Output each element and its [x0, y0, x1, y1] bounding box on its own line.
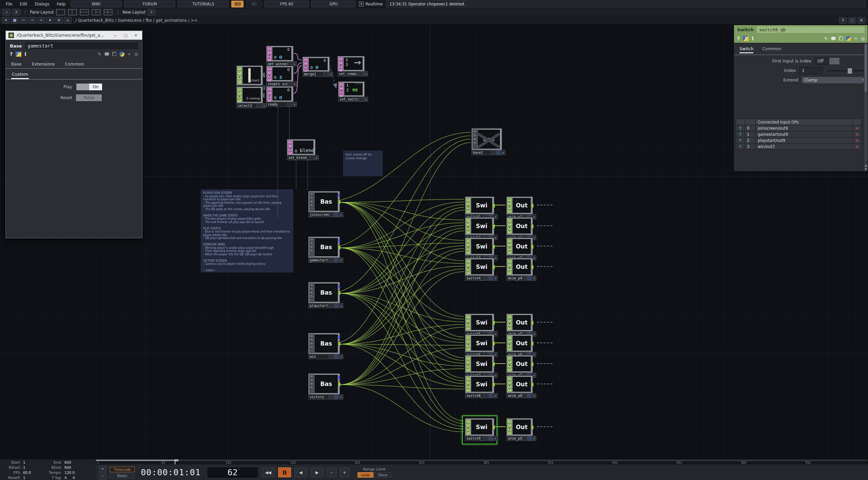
node-set_comps[interactable]: ⊙✎✱✎12→set_comps+ — [337, 56, 364, 71]
node-label[interactable]: base1 — [471, 150, 491, 155]
node-flag-icons[interactable]: ⊙✎✕✎ — [309, 374, 314, 393]
node-label[interactable]: anim_p4 — [506, 276, 522, 281]
input-connector[interactable]: ✎ — [466, 327, 470, 330]
gpu-indicator[interactable]: GPU — [311, 1, 355, 7]
pane-single-icon[interactable]: □ — [848, 17, 856, 24]
input-connector[interactable]: ⊙ — [508, 259, 512, 263]
timecode-mode-button[interactable]: Timecode — [110, 467, 135, 472]
output-connector[interactable] — [338, 382, 341, 386]
input-connector[interactable]: ✎ — [508, 368, 512, 372]
node-label[interactable]: victory — [308, 394, 329, 400]
node-flag-icons[interactable]: ⊙✎✕✎ — [309, 334, 314, 353]
input-connector[interactable]: ✱ — [466, 226, 470, 230]
info-icon[interactable]: i — [24, 51, 26, 57]
input-connector[interactable]: ⊙ — [466, 356, 470, 360]
input-connector[interactable]: ✎ — [238, 71, 242, 75]
input-connectors[interactable]: ⊙✎✱✎ — [304, 58, 308, 71]
resetf-value[interactable]: 1 — [23, 476, 25, 480]
input-connector[interactable]: ✎ — [288, 144, 292, 147]
input-connector[interactable]: ✱ — [268, 55, 271, 58]
node-flag-icon[interactable]: ⊙ — [473, 130, 477, 133]
playhead-flag[interactable] — [175, 459, 178, 461]
input-connector[interactable]: ✎ — [466, 251, 470, 254]
menu-file[interactable]: File — [2, 2, 16, 6]
input-row-name[interactable]: win/out3 — [756, 144, 852, 149]
input-connectors[interactable]: ⊙✎✱✎ — [237, 88, 242, 102]
index-value-field[interactable]: 1 — [799, 67, 823, 74]
node-label[interactable]: set_blend_frames — [287, 155, 309, 160]
input-connector[interactable]: ⊙ — [508, 420, 512, 423]
viewer-flag[interactable] — [359, 71, 363, 76]
node-flag-icon[interactable]: ⊙ — [310, 238, 314, 241]
node-select2[interactable]: ⊙✎✱✎0 runningselect2+ — [236, 87, 262, 103]
range-bar[interactable] — [96, 460, 867, 461]
output-connector[interactable] — [338, 245, 341, 250]
viewer-flag[interactable] — [257, 103, 262, 108]
node-anim_p5[interactable]: ⊙✎✱✎Outanim_p5+ — [506, 314, 532, 331]
input-connectors[interactable]: ⊙✎✱✎ — [507, 419, 512, 435]
fps-indicator[interactable]: FPS 60 — [265, 1, 309, 7]
node-flag-icon[interactable]: ✎ — [310, 295, 314, 298]
delete-input-icon[interactable]: × — [853, 131, 861, 137]
node-body[interactable]: ⊙✎✱✎Swi — [465, 197, 494, 214]
viewer-flag[interactable] — [522, 436, 527, 441]
node-flag-icon[interactable] — [310, 349, 314, 353]
scroll-down-icon[interactable]: ▼ — [864, 168, 868, 170]
menu-edit[interactable]: Edit — [16, 2, 31, 6]
input-connectors[interactable]: ⊙✎✱✎ — [466, 239, 470, 254]
render-flag[interactable] — [496, 150, 501, 155]
add-flag[interactable]: + — [532, 393, 536, 398]
node-switch5_qb[interactable]: ⊙✎✱✎Swiswitch5_qb+ — [465, 314, 494, 331]
node-body[interactable]: ⊙✎✕✎Bas — [308, 237, 340, 258]
node-flag-icons[interactable]: ⊙✎✕✎ — [309, 283, 314, 302]
node-body[interactable]: ⊙✎✱✎000 — [266, 46, 293, 61]
input-connector[interactable]: ⊙ — [339, 57, 343, 60]
node-anim_p4[interactable]: ⊙✎✱✎Outanim_p4+ — [506, 258, 532, 275]
input-connector[interactable]: ✎ — [268, 71, 271, 74]
node-switch3_qb[interactable]: ⊙✎✱✎Swiswitch3_qb+ — [465, 238, 494, 255]
input-connector[interactable]: ⊙ — [466, 219, 470, 222]
realtime-checkbox-icon[interactable]: x — [359, 2, 364, 6]
input-connector[interactable]: ⊙ — [304, 58, 308, 61]
node-body[interactable]: ⊙✎✕✎Bas — [308, 282, 340, 303]
node-flag-icon[interactable]: ✎ — [310, 338, 314, 341]
input-connector[interactable]: ✎ — [466, 424, 470, 427]
home-icon[interactable]: ⌂ — [64, 17, 72, 24]
node-set_blend_frames[interactable]: ⊙✎✱✎0blendset_blend_frames+ — [287, 139, 315, 154]
output-connector[interactable] — [338, 200, 341, 204]
viewer-flag[interactable] — [288, 81, 292, 87]
node-anim_p8[interactable]: ⊙✎✱✎Outanim_p8+ — [506, 375, 532, 392]
node-flag-icon[interactable]: ⊙ — [310, 334, 314, 338]
panel-scrollbar[interactable]: ▲ ▼ — [864, 43, 868, 171]
add-flag[interactable]: + — [339, 212, 343, 217]
viewer-flag[interactable] — [491, 150, 496, 155]
delete-input-icon[interactable]: × — [853, 144, 861, 149]
input-connectors[interactable]: ⊙✎✱✎ — [466, 259, 470, 275]
input-connector[interactable]: ✎ — [288, 152, 292, 155]
node-body[interactable]: ⊙✎✕✎Bas — [308, 191, 340, 212]
node-label[interactable]: merge1 — [303, 72, 324, 77]
target-icon[interactable]: ◎ — [861, 36, 865, 41]
node-flag-icons[interactable]: ⊙✎✕✎ — [309, 238, 314, 257]
node-body[interactable]: ⊙✎✕✎Bas — [308, 333, 340, 354]
copy-parameters-icon[interactable] — [112, 52, 116, 56]
input-connector[interactable]: ⊙ — [466, 420, 470, 423]
input-connector[interactable]: ✎ — [268, 78, 271, 81]
node-body[interactable]: ⊙✎✱✎Out — [506, 334, 533, 352]
input-connectors[interactable]: ⊙✎✱✎ — [466, 335, 470, 351]
minimize-icon[interactable]: — — [111, 33, 119, 38]
input-connector[interactable]: ✎ — [466, 389, 470, 392]
render-flag[interactable] — [527, 276, 532, 281]
input-connector[interactable]: ⊙ — [238, 67, 242, 71]
timeline-graph-icon[interactable]: ~ — [99, 473, 107, 479]
node-body[interactable]: ⊙✎✱✎Out — [506, 238, 533, 255]
output-connector[interactable] — [531, 362, 534, 366]
node-label[interactable]: switch8_qb — [465, 393, 483, 398]
input-connector[interactable]: ✱ — [466, 247, 470, 250]
viewer-flag[interactable] — [329, 303, 334, 308]
bookmark-star-icon[interactable]: ★ — [46, 17, 54, 24]
breadcrumb[interactable]: / Quarterback_Blitz / Gamescene / fbx / … — [75, 18, 197, 23]
path-dropdown-icon[interactable]: ▾ — [2, 17, 10, 24]
input-connector[interactable]: ✎ — [268, 99, 271, 102]
tab-base[interactable]: Base — [11, 61, 21, 67]
